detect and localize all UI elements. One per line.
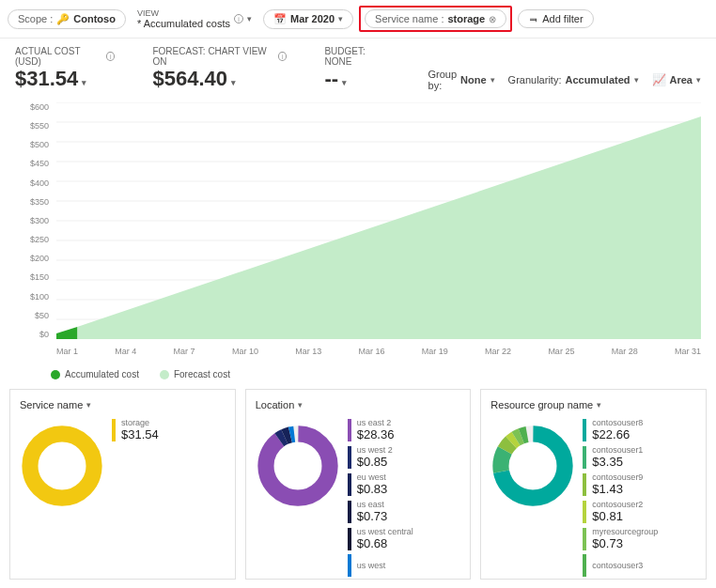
info-icon: i	[106, 52, 115, 61]
x-tick: Mar 1	[56, 347, 78, 356]
color-bar-icon	[583, 419, 586, 441]
add-filter-pill[interactable]: ⫬ Add filter	[518, 9, 593, 28]
list-item[interactable]: contosouser2$0.81	[583, 500, 696, 523]
budget-label: BUDGET: NONE	[324, 46, 390, 67]
svg-point-28	[513, 446, 553, 487]
x-axis: Mar 1Mar 4Mar 7Mar 10Mar 13Mar 16Mar 19M…	[56, 347, 701, 356]
list-item[interactable]: contosouser9$1.43	[583, 472, 696, 496]
y-tick: $200	[15, 254, 53, 263]
breakdown-panels: Service name ▾ storage$31.54 Location ▾	[0, 389, 716, 588]
list-item[interactable]: eu west$0.83	[348, 472, 461, 496]
y-tick: $450	[15, 159, 53, 168]
y-axis: $600$550$500$450$400$350$300$250$200$150…	[15, 102, 53, 339]
list-item[interactable]: contosouser8$22.66	[583, 418, 696, 441]
panel-service-name: Service name ▾ storage$31.54	[9, 389, 236, 580]
color-bar-icon	[583, 473, 586, 496]
date-pill[interactable]: 📅 Mar 2020 ▾	[263, 9, 353, 29]
item-value: $1.43	[592, 482, 643, 496]
item-name: contosouser8	[592, 418, 643, 427]
gran-label: Granularity:	[508, 74, 562, 85]
x-tick: Mar 16	[358, 347, 384, 356]
view-selector[interactable]: VIEW * Accumulated costs i ▾	[132, 7, 257, 31]
panel-resource-group: Resource group name ▾ contosouser8$22.66…	[480, 389, 707, 580]
chart-controls: Group by: None ▾ Granularity: Accumulate…	[428, 69, 701, 91]
plot-area	[56, 102, 701, 339]
x-tick: Mar 25	[548, 347, 574, 356]
item-name: us west central	[357, 527, 413, 536]
item-name: eu west	[357, 472, 388, 482]
scope-pill[interactable]: Scope : 🔑 Contoso	[8, 9, 126, 29]
list-item[interactable]: contosouser1$3.35	[583, 445, 696, 469]
chevron-down-icon: ▾	[338, 14, 343, 23]
y-tick: $50	[15, 311, 53, 320]
service-list: storage$31.54	[112, 418, 226, 441]
group-by-control[interactable]: Group by: None ▾	[428, 69, 495, 91]
key-icon: 🔑	[56, 13, 70, 25]
date-value: Mar 2020	[290, 13, 335, 24]
budget-metric[interactable]: BUDGET: NONE --▾	[324, 46, 390, 91]
list-item[interactable]: us east 2$28.36	[348, 418, 461, 441]
actual-cost-metric[interactable]: ACTUAL COST (USD)i $31.54▾	[15, 46, 115, 91]
panel-title-location[interactable]: Location ▾	[256, 399, 461, 410]
group-label: Group by:	[428, 69, 458, 91]
color-bar-icon	[348, 446, 351, 469]
item-name: contosouser9	[592, 472, 643, 482]
y-tick: $500	[15, 140, 53, 149]
y-tick: $250	[15, 235, 53, 244]
list-item[interactable]: myresourcegroup$0.73	[583, 527, 696, 550]
rg-list: contosouser8$22.66contosouser1$3.35conto…	[583, 418, 696, 577]
location-list: us east 2$28.36us west 2$0.85eu west$0.8…	[348, 418, 461, 577]
y-tick: $350	[15, 197, 53, 207]
panel-title-service[interactable]: Service name ▾	[20, 399, 226, 410]
chevron-down-icon: ▾	[298, 400, 303, 410]
color-bar-icon	[583, 554, 586, 577]
list-item[interactable]: us east$0.73	[348, 500, 461, 523]
item-value: $0.83	[357, 482, 388, 496]
item-name: us east	[357, 500, 388, 509]
x-tick: Mar 10	[232, 347, 258, 356]
chevron-down-icon: ▾	[231, 78, 236, 87]
x-tick: Mar 19	[422, 347, 448, 356]
granularity-control[interactable]: Granularity: Accumulated ▾	[508, 74, 639, 85]
close-icon[interactable]: ⊗	[489, 14, 496, 24]
item-name: contosouser3	[592, 561, 643, 570]
y-tick: $300	[15, 216, 53, 225]
y-tick: $0	[15, 330, 53, 339]
swatch-icon	[160, 370, 169, 379]
list-item[interactable]: us west 2$0.85	[348, 445, 461, 469]
list-item[interactable]: us west central$0.68	[348, 527, 461, 550]
add-filter-label: Add filter	[542, 13, 583, 24]
list-item[interactable]: us west	[348, 554, 461, 577]
legend-forecast[interactable]: Forecast cost	[160, 369, 230, 379]
group-value: None	[460, 74, 487, 85]
list-item[interactable]: contosouser3	[583, 554, 696, 577]
item-name: us east 2	[357, 418, 395, 427]
item-value: $0.85	[357, 455, 393, 469]
item-value: $22.66	[592, 427, 643, 441]
panel-title-rg[interactable]: Resource group name ▾	[490, 399, 696, 410]
main-area-chart: $600$550$500$450$400$350$300$250$200$150…	[15, 102, 701, 365]
service-filter-pill[interactable]: Service name : storage ⊗	[365, 9, 506, 28]
budget-value: --	[324, 67, 338, 91]
chart-legend: Accumulated cost Forecast cost	[0, 367, 716, 389]
chevron-down-icon: ▾	[82, 78, 86, 87]
forecast-area	[77, 116, 701, 339]
color-bar-icon	[348, 554, 351, 577]
chevron-down-icon: ▾	[696, 75, 701, 85]
list-item[interactable]: storage$31.54	[112, 418, 226, 441]
active-filter-highlight: Service name : storage ⊗	[359, 6, 512, 32]
x-tick: Mar 28	[612, 347, 638, 356]
swatch-icon	[51, 370, 60, 379]
item-value: $0.81	[592, 509, 643, 523]
color-bar-icon	[348, 501, 351, 523]
item-name: storage	[121, 418, 159, 427]
color-bar-icon	[112, 419, 116, 441]
chart-type-control[interactable]: 📈 Area ▾	[652, 73, 701, 86]
legend-accumulated[interactable]: Accumulated cost	[51, 369, 139, 379]
y-tick: $550	[15, 121, 53, 131]
scope-value: Contoso	[73, 13, 116, 24]
item-value: $0.73	[592, 536, 658, 550]
color-bar-icon	[583, 446, 586, 469]
forecast-metric[interactable]: FORECAST: CHART VIEW ONi $564.40▾	[152, 46, 287, 91]
chevron-down-icon: ▾	[597, 400, 601, 410]
